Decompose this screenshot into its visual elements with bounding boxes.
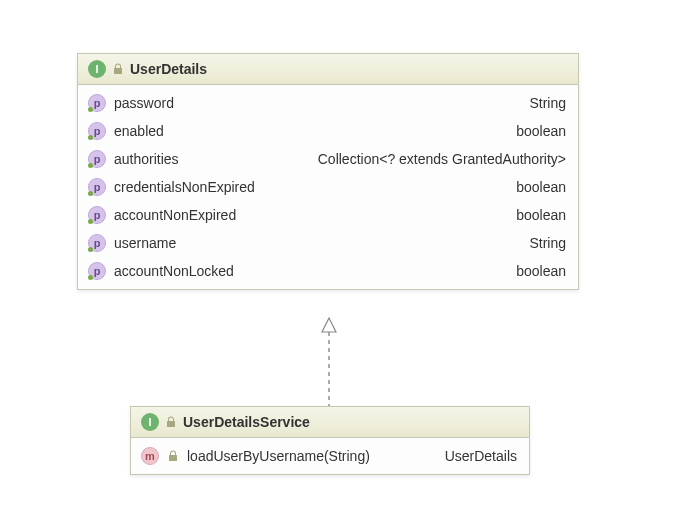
- property-icon: p: [88, 178, 106, 196]
- member-type: boolean: [172, 123, 566, 139]
- interface-icon: I: [88, 60, 106, 78]
- property-icon: p: [88, 122, 106, 140]
- class-userdetailsservice: I UserDetailsService m loadUserByUsernam…: [130, 406, 530, 475]
- property-icon: p: [88, 234, 106, 252]
- member-name: password: [114, 95, 174, 111]
- property-row: p password String: [78, 89, 578, 117]
- member-name: enabled: [114, 123, 164, 139]
- svg-marker-1: [322, 318, 336, 332]
- lock-icon: [112, 63, 124, 75]
- property-row: p username String: [78, 229, 578, 257]
- member-name: username: [114, 235, 176, 251]
- method-row: m loadUserByUsername(String) UserDetails: [131, 442, 529, 470]
- property-icon: p: [88, 206, 106, 224]
- lock-icon: [167, 450, 179, 462]
- property-row: p authorities Collection<? extends Grant…: [78, 145, 578, 173]
- member-type: boolean: [263, 179, 566, 195]
- member-type: boolean: [244, 207, 566, 223]
- member-name: accountNonLocked: [114, 263, 234, 279]
- property-icon: p: [88, 262, 106, 280]
- member-type: Collection<? extends GrantedAuthority>: [187, 151, 566, 167]
- property-row: p enabled boolean: [78, 117, 578, 145]
- property-row: p accountNonExpired boolean: [78, 201, 578, 229]
- member-type: UserDetails: [378, 448, 517, 464]
- class-body: m loadUserByUsername(String) UserDetails: [131, 438, 529, 474]
- class-header: I UserDetailsService: [131, 407, 529, 438]
- lock-icon: [165, 416, 177, 428]
- member-name: authorities: [114, 151, 179, 167]
- class-title: UserDetailsService: [183, 414, 310, 430]
- class-userdetails: I UserDetails p password String p enable…: [77, 53, 579, 290]
- class-title: UserDetails: [130, 61, 207, 77]
- method-icon: m: [141, 447, 159, 465]
- member-name: credentialsNonExpired: [114, 179, 255, 195]
- property-icon: p: [88, 150, 106, 168]
- property-row: p accountNonLocked boolean: [78, 257, 578, 285]
- member-type: String: [182, 95, 566, 111]
- member-type: String: [184, 235, 566, 251]
- interface-icon: I: [141, 413, 159, 431]
- property-row: p credentialsNonExpired boolean: [78, 173, 578, 201]
- member-name: loadUserByUsername(String): [187, 448, 370, 464]
- class-body: p password String p enabled boolean p au…: [78, 85, 578, 289]
- property-icon: p: [88, 94, 106, 112]
- class-header: I UserDetails: [78, 54, 578, 85]
- member-name: accountNonExpired: [114, 207, 236, 223]
- realization-arrow: [326, 318, 332, 406]
- member-type: boolean: [242, 263, 566, 279]
